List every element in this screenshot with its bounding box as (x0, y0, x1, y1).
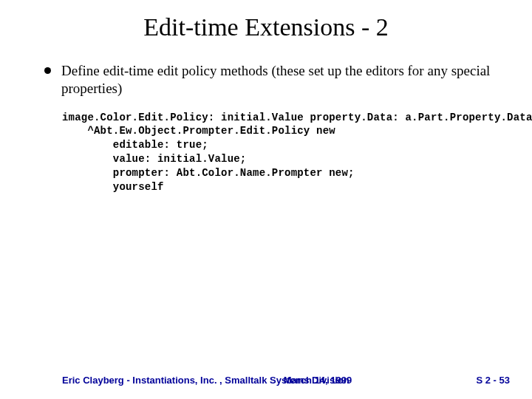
bullet-icon (44, 67, 51, 74)
slide: Edit-time Extensions - 2 Define edit-tim… (0, 0, 532, 399)
footer: Eric Clayberg - Instantiations, Inc. , S… (0, 375, 532, 386)
code-block: image.Color.Edit.Policy: initial.Value p… (62, 111, 502, 194)
slide-title: Edit-time Extensions - 2 (0, 0, 532, 47)
bullet-text: Define edit-time edit policy methods (th… (61, 62, 502, 98)
footer-author: Eric Clayberg - Instantiations, Inc. , S… (62, 375, 349, 386)
footer-page: S 2 - 53 (476, 375, 510, 386)
bullet-item: Define edit-time edit policy methods (th… (44, 62, 502, 98)
slide-body: Define edit-time edit policy methods (th… (0, 47, 532, 194)
